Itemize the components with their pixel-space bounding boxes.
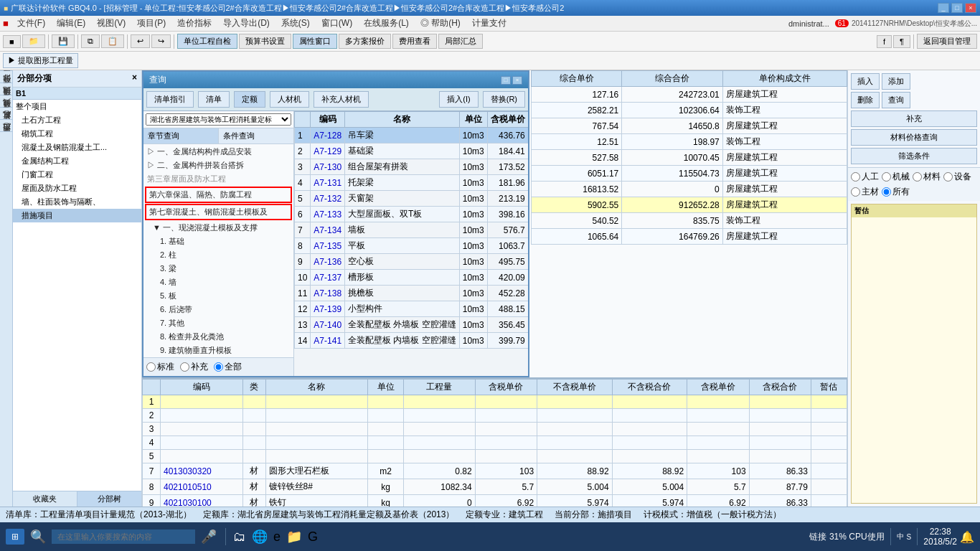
node-beam[interactable]: 3. 梁	[144, 262, 293, 276]
node-ch6[interactable]: 第六章保温、隔热、防腐工程	[145, 187, 292, 203]
node-vertical-lift[interactable]: 9. 建筑物垂直升模板	[144, 344, 293, 357]
quota-row[interactable]: 4 A7-131 托架梁 10m3 181.96 167.24	[295, 175, 529, 191]
right-row[interactable]: 127.16 242723.01 房屋建筑工程	[532, 87, 847, 103]
tab-rcj[interactable]: 人材机	[270, 91, 309, 108]
tree-item-wall-decor[interactable]: 墙、柱面装饰与隔断、	[13, 195, 141, 209]
start-button[interactable]: ⊞	[6, 529, 24, 545]
tab-project-overview[interactable]: 工程概况	[0, 70, 12, 83]
unit-check-btn[interactable]: 单位工程自检	[177, 34, 237, 49]
maximize-btn[interactable]: □	[951, 3, 963, 13]
paste-btn[interactable]: 📋	[101, 34, 124, 48]
tab-part-tree[interactable]: 分部树	[77, 491, 141, 507]
bottom-row[interactable]: 5	[143, 450, 847, 463]
taskbar-search[interactable]	[52, 529, 195, 544]
insert-btn[interactable]: 插入(I)	[439, 91, 478, 108]
filter-equipment[interactable]: 设备	[943, 171, 971, 183]
bottom-row[interactable]: 9 4021030100 材 铁钉 kg 0 6.92 5.974 5.974 …	[143, 495, 847, 507]
quota-row[interactable]: 2 A7-129 基础梁 10m3 184.41 169.91	[295, 143, 529, 159]
node-metal-install[interactable]: ▷ 一、金属结构构件成品安装	[144, 145, 293, 159]
node-cast-template[interactable]: ▼ 一、现浇混凝土模板及支撑	[144, 221, 293, 235]
radio-standard-label[interactable]: 标准	[146, 361, 174, 373]
node-slab[interactable]: 5. 板	[144, 289, 293, 303]
quota-row[interactable]: 5 A7-132 天窗架 10m3 213.19 206.27	[295, 191, 529, 207]
node-laterbelt[interactable]: 6. 后浇带	[144, 303, 293, 316]
redo-btn[interactable]: ↪	[151, 34, 171, 48]
right-row[interactable]: 6051.17 115504.73 房屋建筑工程	[532, 166, 847, 182]
tab-sub-section[interactable]: 分部分项	[0, 83, 12, 95]
node-wall[interactable]: 4. 墙	[144, 276, 293, 289]
price-query-btn[interactable]: 材料价格查询	[851, 129, 977, 146]
node-manhole[interactable]: 8. 检查井及化粪池	[144, 330, 293, 344]
search-icon[interactable]: 🔍	[30, 529, 46, 545]
save-btn[interactable]: 💾	[52, 34, 75, 48]
radio-main-material[interactable]	[851, 187, 860, 197]
tree-item-earthwork[interactable]: 土石方工程	[13, 113, 141, 127]
menu-payment[interactable]: 计量支付	[466, 16, 512, 31]
edge-icon[interactable]: 🌐	[252, 529, 268, 545]
tree-item-concrete[interactable]: 混凝土及钢筋混凝土工...	[13, 141, 141, 154]
bottom-row[interactable]: 2	[143, 409, 847, 423]
right-row[interactable]: 1065.64 164769.26 房屋建筑工程	[532, 229, 847, 245]
tree-item-door[interactable]: 门窗工程	[13, 168, 141, 182]
menu-edit[interactable]: 编辑(E)	[51, 16, 91, 31]
undo-btn[interactable]: ↩	[131, 34, 150, 48]
tree-item-masonry[interactable]: 砌筑工程	[13, 127, 141, 141]
tab-other[interactable]: 其他项目	[0, 107, 12, 119]
filter-labor[interactable]: 人工	[851, 171, 879, 183]
quota-row[interactable]: 9 A7-136 空心板 10m3 495.75 485.42	[295, 254, 529, 270]
tree-tab-condition[interactable]: 条件查询	[219, 128, 293, 143]
filter-material[interactable]: 材料	[913, 171, 941, 183]
quota-row[interactable]: 13 A7-140 全装配壁板 外墙板 空腔灌缝 10m3 356.45 348…	[295, 317, 529, 333]
right-row[interactable]: 2582.21 102306.64 装饰工程	[532, 103, 847, 118]
filter-condition-btn[interactable]: 筛选条件	[851, 148, 977, 164]
dialog-close-btn[interactable]: ×	[512, 76, 522, 85]
radio-labor[interactable]	[851, 172, 860, 182]
tab-collect[interactable]: 收藏夹	[13, 491, 77, 507]
property-window-btn[interactable]: 属性窗口	[293, 34, 337, 49]
open-btn[interactable]: 📁	[22, 34, 45, 48]
extract-graphic-btn[interactable]: ▶ 提取图形工程量	[3, 53, 78, 68]
microphone-icon[interactable]: 🎤	[201, 529, 217, 545]
glodon-icon[interactable]: G	[308, 529, 318, 545]
supplement-action-btn[interactable]: 补充	[851, 110, 977, 127]
menu-quota-index[interactable]: 造价指标	[171, 16, 217, 31]
right-row[interactable]: 5902.55 912652.28 房屋建筑工程	[532, 197, 847, 213]
ime-s-icon[interactable]: S	[907, 533, 912, 541]
minimize-btn[interactable]: _	[938, 3, 949, 13]
radio-machine[interactable]	[882, 172, 891, 182]
paragraph-btn[interactable]: ¶	[893, 35, 910, 48]
quota-row[interactable]: 6 A7-133 大型屋面板、双T板 10m3 398.16 387.68	[295, 207, 529, 222]
tree-item-all[interactable]: 整个项目	[13, 100, 141, 113]
new-btn[interactable]: ■	[3, 35, 21, 48]
partial-sum-btn[interactable]: 局部汇总	[438, 34, 483, 49]
fee-check-btn[interactable]: 费用查看	[392, 34, 437, 49]
radio-standard[interactable]	[146, 362, 156, 372]
add-action-btn[interactable]: 添加	[882, 73, 910, 90]
quota-row[interactable]: 11 A7-138 挑檐板 10m3 452.28 436.61	[295, 286, 529, 301]
tab-qdzy[interactable]: 清单指引	[146, 91, 194, 108]
node-column[interactable]: 2. 柱	[144, 248, 293, 262]
menu-system[interactable]: 系统(S)	[275, 16, 316, 31]
tab-bcrcj[interactable]: 补充人材机	[314, 91, 369, 108]
right-row[interactable]: 16813.52 0 房屋建筑工程	[532, 182, 847, 197]
right-row[interactable]: 12.51 198.97 装饰工程	[532, 134, 847, 150]
bottom-row[interactable]: 3	[143, 423, 847, 436]
right-row[interactable]: 527.58 10070.45 房屋建筑工程	[532, 150, 847, 166]
return-project-btn[interactable]: 返回项目管理	[917, 34, 977, 49]
ie-icon[interactable]: e	[273, 529, 281, 545]
multi-plan-btn[interactable]: 多方案报价	[339, 34, 391, 49]
quota-row[interactable]: 1 A7-128 吊车梁 10m3 436.76 396.64	[295, 128, 529, 143]
node-metal-assemble[interactable]: ▷ 二、金属构件拼装台搭拆	[144, 159, 293, 172]
radio-supplement-label[interactable]: 补充	[180, 361, 208, 373]
menu-online[interactable]: 在线服务(L)	[358, 16, 415, 31]
filter-main-material[interactable]: 主材	[851, 186, 879, 198]
radio-all-label[interactable]: 全部	[214, 361, 242, 373]
replace-btn[interactable]: 替换(R)	[483, 91, 525, 108]
bottom-row[interactable]: 8 4021010510 材 镀锌铁丝8# kg 1082.34 5.7 5.0…	[143, 479, 847, 495]
filter-machine[interactable]: 机械	[882, 171, 910, 183]
ime-icon[interactable]: 中	[897, 532, 904, 542]
formula-btn[interactable]: f	[877, 35, 892, 48]
menu-project[interactable]: 项目(P)	[131, 16, 171, 31]
node-other[interactable]: 7. 其他	[144, 316, 293, 330]
menu-view[interactable]: 视图(V)	[91, 16, 131, 31]
